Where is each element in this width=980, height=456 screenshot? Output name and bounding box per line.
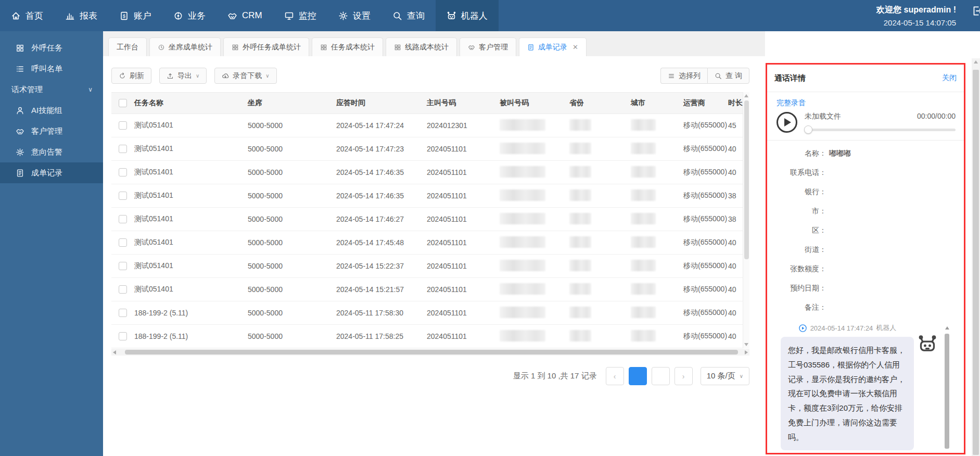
scroll-right-arrow[interactable] xyxy=(745,350,748,354)
page-size-select[interactable]: 10 条/页 ∨ xyxy=(701,367,749,385)
scroll-thumb[interactable] xyxy=(744,100,749,259)
tab[interactable]: 任务成本统计 ✕ xyxy=(312,37,383,56)
row-checkbox[interactable] xyxy=(119,309,127,317)
full-recording-link[interactable]: 完整录音 xyxy=(777,98,806,107)
audio-progress-slider[interactable] xyxy=(805,129,956,131)
nav-item[interactable]: 业务 xyxy=(162,0,217,31)
table-row[interactable]: 测试051401 5000-5000 2024-05-14 15:22:37 2… xyxy=(111,255,749,278)
welcome-text: 欢迎您 superadmin ! xyxy=(876,4,956,17)
play-message-icon[interactable] xyxy=(798,324,807,333)
scroll-up-arrow[interactable] xyxy=(945,326,949,330)
cell-operator: 移动(655000) xyxy=(683,191,728,200)
logout-button[interactable] xyxy=(966,5,980,18)
tab[interactable]: 成单记录 ✕ xyxy=(519,37,587,56)
scroll-thumb[interactable] xyxy=(945,334,949,449)
table-row[interactable]: 测试051401 5000-5000 2024-05-14 17:47:23 2… xyxy=(111,137,749,161)
nav-item[interactable]: 监控 xyxy=(273,0,327,31)
tab[interactable]: 线路成本统计 ✕ xyxy=(386,37,457,56)
scroll-down-arrow[interactable] xyxy=(744,343,748,346)
tab-close-icon[interactable]: ✕ xyxy=(572,43,578,51)
row-checkbox[interactable] xyxy=(119,332,127,340)
table-row[interactable]: 测试051401 5000-5000 2024-05-14 17:46:35 2… xyxy=(111,184,749,208)
search-button[interactable]: 查 询 xyxy=(707,68,749,84)
sidebar-item[interactable]: 客户管理 ∨ xyxy=(0,121,103,142)
nav-item[interactable]: 机器人 xyxy=(436,0,499,31)
cell-caller: 2024051101 xyxy=(427,192,500,200)
tab[interactable]: 工作台 ✕ xyxy=(108,37,147,56)
chat-scrollbar[interactable] xyxy=(944,324,950,453)
select-columns-button[interactable]: 选择列 xyxy=(660,68,707,84)
tab[interactable]: 客户管理 ✕ xyxy=(460,37,516,56)
nav-item[interactable]: 报表 xyxy=(54,0,108,31)
chevron-down-icon: ∨ xyxy=(740,373,743,379)
cell-task: 测试051401 xyxy=(134,214,248,224)
tab[interactable]: 外呼任务成单统计 ✕ xyxy=(223,37,309,56)
col-answer-time: 应答时间 xyxy=(336,98,427,108)
robot-avatar-icon xyxy=(917,334,938,354)
nav-item[interactable]: $ 账户 xyxy=(108,0,162,31)
sidebar-item[interactable]: 成单记录 ∨ xyxy=(0,162,103,183)
table-vertical-scrollbar[interactable] xyxy=(743,92,749,348)
sidebar-item-label: AI技能组 xyxy=(31,106,62,116)
sidebar-item[interactable]: 外呼任务 ∨ xyxy=(0,37,103,58)
pagination-summary: 显示 1 到 10 ,共 17 记录 xyxy=(513,371,597,381)
row-checkbox[interactable] xyxy=(119,285,127,294)
field-row: 联系电话： xyxy=(770,163,954,182)
prev-page-button[interactable]: ‹ xyxy=(606,367,624,385)
sidebar-item[interactable]: 话术管理 ∨ xyxy=(0,79,103,100)
col-caller: 主叫号码 xyxy=(427,98,500,108)
table-horizontal-scrollbar[interactable] xyxy=(111,349,749,356)
table-row[interactable]: 测试051401 5000-5000 2024-05-14 15:21:57 2… xyxy=(111,278,749,301)
row-checkbox[interactable] xyxy=(119,145,127,153)
scroll-up-arrow[interactable] xyxy=(744,94,748,97)
nav-item[interactable]: 设置 xyxy=(327,0,381,31)
nav-item-label: 查询 xyxy=(407,10,425,22)
row-checkbox[interactable] xyxy=(119,238,127,247)
toolbar: 刷新 导出 ∨ 录音下载 ∨ 选择列 xyxy=(111,68,749,84)
export-button[interactable]: 导出 ∨ xyxy=(159,68,207,84)
detail-panel-column: 通话详情 关闭 完整录音 未加载文件 00:00/00:00 xyxy=(765,31,980,456)
upload-icon xyxy=(167,72,174,80)
page-number-button[interactable] xyxy=(652,367,670,385)
tab-icon xyxy=(527,44,534,51)
tab[interactable]: 坐席成单统计 ✕ xyxy=(149,37,221,56)
select-all-checkbox[interactable] xyxy=(119,99,127,107)
scroll-thumb[interactable] xyxy=(973,70,979,455)
nav-item[interactable]: 查询 xyxy=(381,0,436,31)
nav-item[interactable]: CRM xyxy=(217,0,273,31)
row-checkbox[interactable] xyxy=(119,262,127,270)
next-page-button[interactable]: › xyxy=(674,367,693,385)
table-row[interactable]: 188-199-2 (5.11) 5000-5000 2024-05-11 17… xyxy=(111,301,749,325)
download-icon xyxy=(222,72,229,80)
row-checkbox[interactable] xyxy=(119,192,127,200)
scroll-left-arrow[interactable] xyxy=(113,350,116,354)
table-row[interactable]: 测试051401 5000-5000 2024-05-14 17:46:35 2… xyxy=(111,161,749,184)
scroll-up-arrow[interactable] xyxy=(974,60,978,64)
row-checkbox[interactable] xyxy=(119,215,127,223)
row-checkbox[interactable] xyxy=(119,121,127,130)
nav-item[interactable]: 首页 xyxy=(0,0,54,31)
cell-caller: 2024051101 xyxy=(427,168,500,176)
refresh-button[interactable]: 刷新 xyxy=(111,68,151,84)
scroll-thumb[interactable] xyxy=(125,350,738,354)
cell-task: 测试051401 xyxy=(134,144,248,154)
slider-handle[interactable] xyxy=(804,125,812,134)
table-row[interactable]: 测试051401 5000-5000 2024-05-14 17:46:27 2… xyxy=(111,208,749,231)
sidebar-item[interactable]: 意向告警 ∨ xyxy=(0,142,103,162)
sidebar-item[interactable]: 呼叫名单 ∨ xyxy=(0,58,103,79)
nav-item-label: 设置 xyxy=(353,10,371,22)
table-row[interactable]: 测试051401 5000-5000 2024-05-14 17:47:24 2… xyxy=(111,114,749,137)
sidebar-item-icon xyxy=(16,169,24,178)
close-link[interactable]: 关闭 xyxy=(942,73,957,83)
sidebar-item[interactable]: AI技能组 ∨ xyxy=(0,100,103,121)
page-number-button[interactable] xyxy=(629,367,647,385)
pagination: 显示 1 到 10 ,共 17 记录 ‹ › 10 条/页 ∨ xyxy=(111,367,749,385)
table-row[interactable]: 188-199-2 (5.11) 5000-5000 2024-05-11 17… xyxy=(111,325,749,348)
masked-city xyxy=(631,189,656,201)
sidebar-item-label: 客户管理 xyxy=(31,126,62,136)
window-scrollbar[interactable] xyxy=(972,58,980,456)
record-download-button[interactable]: 录音下载 ∨ xyxy=(214,68,276,84)
row-checkbox[interactable] xyxy=(119,168,127,176)
play-button[interactable] xyxy=(777,112,797,133)
table-row[interactable]: 测试051401 5000-5000 2024-05-14 17:45:48 2… xyxy=(111,231,749,255)
